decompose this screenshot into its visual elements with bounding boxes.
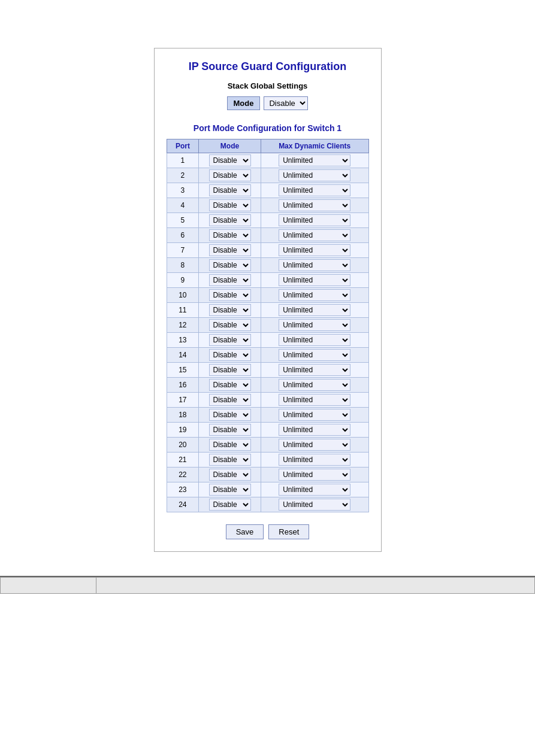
port-mode-cell-23: DisableEnable (199, 482, 261, 497)
mode-label: Mode (227, 96, 261, 110)
port-max-select-9[interactable]: Unlimited123 (279, 274, 350, 286)
port-max-cell-5: Unlimited123 (261, 213, 368, 228)
col-header-mode: Mode (199, 139, 261, 153)
port-max-cell-21: Unlimited123 (261, 453, 368, 467)
port-mode-select-9[interactable]: DisableEnable (209, 274, 251, 286)
port-max-select-21[interactable]: Unlimited123 (279, 454, 350, 466)
port-num-20: 20 (167, 438, 199, 453)
port-mode-select-13[interactable]: DisableEnable (209, 334, 251, 346)
port-max-select-13[interactable]: Unlimited123 (279, 334, 350, 346)
port-mode-cell-10: DisableEnable (199, 288, 261, 303)
port-num-13: 13 (167, 333, 199, 348)
port-mode-select-14[interactable]: DisableEnable (209, 349, 251, 361)
global-mode-select[interactable]: Disable Enable (264, 96, 308, 110)
port-max-select-10[interactable]: Unlimited123 (279, 289, 350, 301)
port-max-cell-23: Unlimited123 (261, 482, 368, 497)
port-max-select-23[interactable]: Unlimited123 (279, 484, 350, 496)
port-max-select-1[interactable]: Unlimited123 (279, 154, 350, 166)
port-mode-select-15[interactable]: DisableEnable (209, 364, 251, 376)
port-max-cell-6: Unlimited123 (261, 228, 368, 243)
port-max-cell-13: Unlimited123 (261, 333, 368, 348)
save-button[interactable]: Save (226, 524, 264, 539)
port-num-15: 15 (167, 363, 199, 378)
port-num-8: 8 (167, 258, 199, 273)
port-num-4: 4 (167, 198, 199, 213)
port-max-select-17[interactable]: Unlimited123 (279, 394, 350, 406)
port-max-select-6[interactable]: Unlimited123 (279, 229, 350, 241)
port-mode-cell-22: DisableEnable (199, 467, 261, 482)
port-max-cell-24: Unlimited123 (261, 497, 368, 512)
port-mode-cell-16: DisableEnable (199, 378, 261, 393)
port-table: Port Mode Max Dynamic Clients 1DisableEn… (167, 139, 369, 512)
port-max-select-16[interactable]: Unlimited123 (279, 379, 350, 391)
port-max-select-24[interactable]: Unlimited123 (279, 499, 350, 511)
port-mode-cell-8: DisableEnable (199, 258, 261, 273)
port-max-cell-18: Unlimited123 (261, 408, 368, 423)
port-max-select-3[interactable]: Unlimited123 (279, 184, 350, 196)
config-panel: IP Source Guard Configuration Stack Glob… (154, 48, 382, 552)
port-max-select-12[interactable]: Unlimited123 (279, 319, 350, 331)
port-section-title: Port Mode Configuration for Switch 1 (194, 123, 341, 133)
port-mode-select-8[interactable]: DisableEnable (209, 259, 251, 271)
port-mode-cell-14: DisableEnable (199, 348, 261, 363)
port-max-select-18[interactable]: Unlimited123 (279, 409, 350, 421)
port-mode-cell-3: DisableEnable (199, 183, 261, 198)
port-mode-cell-15: DisableEnable (199, 363, 261, 378)
port-num-2: 2 (167, 168, 199, 183)
port-mode-select-5[interactable]: DisableEnable (209, 214, 251, 226)
port-num-19: 19 (167, 423, 199, 438)
port-mode-select-19[interactable]: DisableEnable (209, 424, 251, 436)
port-max-select-15[interactable]: Unlimited123 (279, 364, 350, 376)
port-mode-cell-7: DisableEnable (199, 243, 261, 258)
port-mode-cell-2: DisableEnable (199, 168, 261, 183)
port-mode-select-22[interactable]: DisableEnable (209, 469, 251, 481)
port-num-10: 10 (167, 288, 199, 303)
port-num-21: 21 (167, 453, 199, 467)
port-mode-select-23[interactable]: DisableEnable (209, 484, 251, 496)
port-max-cell-7: Unlimited123 (261, 243, 368, 258)
port-max-cell-10: Unlimited123 (261, 288, 368, 303)
port-max-select-4[interactable]: Unlimited123 (279, 199, 350, 211)
port-mode-cell-4: DisableEnable (199, 198, 261, 213)
bottom-cell-1 (1, 578, 96, 594)
port-max-select-2[interactable]: Unlimited123 (279, 169, 350, 181)
port-num-11: 11 (167, 303, 199, 318)
port-mode-select-4[interactable]: DisableEnable (209, 199, 251, 211)
port-mode-select-6[interactable]: DisableEnable (209, 229, 251, 241)
port-mode-select-7[interactable]: DisableEnable (209, 244, 251, 256)
port-mode-cell-20: DisableEnable (199, 438, 261, 453)
port-mode-select-20[interactable]: DisableEnable (209, 439, 251, 451)
port-num-9: 9 (167, 273, 199, 288)
port-mode-select-18[interactable]: DisableEnable (209, 409, 251, 421)
port-max-select-11[interactable]: Unlimited123 (279, 304, 350, 316)
port-mode-select-11[interactable]: DisableEnable (209, 304, 251, 316)
port-mode-select-16[interactable]: DisableEnable (209, 379, 251, 391)
port-num-1: 1 (167, 153, 199, 168)
port-mode-select-2[interactable]: DisableEnable (209, 169, 251, 181)
port-mode-cell-21: DisableEnable (199, 453, 261, 467)
port-max-select-20[interactable]: Unlimited123 (279, 439, 350, 451)
port-max-select-8[interactable]: Unlimited123 (279, 259, 350, 271)
bottom-cell-2 (96, 578, 535, 594)
port-mode-cell-12: DisableEnable (199, 318, 261, 333)
port-mode-select-3[interactable]: DisableEnable (209, 184, 251, 196)
port-max-select-5[interactable]: Unlimited123 (279, 214, 350, 226)
port-max-cell-22: Unlimited123 (261, 467, 368, 482)
port-max-select-14[interactable]: Unlimited123 (279, 349, 350, 361)
port-mode-select-10[interactable]: DisableEnable (209, 289, 251, 301)
port-mode-select-12[interactable]: DisableEnable (209, 319, 251, 331)
col-header-port: Port (167, 139, 199, 153)
port-max-select-7[interactable]: Unlimited123 (279, 244, 350, 256)
port-mode-select-24[interactable]: DisableEnable (209, 499, 251, 511)
port-max-cell-4: Unlimited123 (261, 198, 368, 213)
port-mode-select-1[interactable]: DisableEnable (209, 154, 251, 166)
port-num-7: 7 (167, 243, 199, 258)
port-max-select-22[interactable]: Unlimited123 (279, 469, 350, 481)
port-mode-select-21[interactable]: DisableEnable (209, 454, 251, 466)
reset-button[interactable]: Reset (268, 524, 309, 539)
port-max-select-19[interactable]: Unlimited123 (279, 424, 350, 436)
port-num-3: 3 (167, 183, 199, 198)
port-mode-select-17[interactable]: DisableEnable (209, 394, 251, 406)
port-num-23: 23 (167, 482, 199, 497)
page-wrapper: IP Source Guard Configuration Stack Glob… (0, 0, 535, 756)
